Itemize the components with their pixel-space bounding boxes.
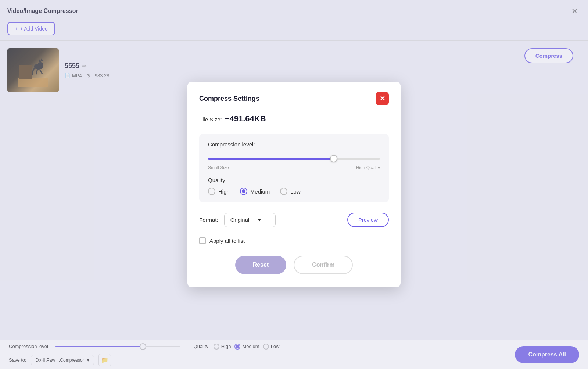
- modal-close-button[interactable]: ✕: [376, 92, 389, 105]
- quality-radio-low: [280, 188, 287, 195]
- format-label: Format:: [199, 217, 218, 223]
- modal-slider-labels: Small Size High Quality: [208, 165, 380, 170]
- quality-low-label: Low: [290, 188, 301, 195]
- quality-medium-label: Medium: [250, 188, 270, 195]
- compression-level-label: Compression level:: [208, 141, 380, 148]
- modal-slider-track: [208, 158, 380, 160]
- slider-label-left: Small Size: [208, 165, 229, 170]
- file-size-row: File Size: ~491.64KB: [199, 114, 389, 124]
- slider-label-right: High Quality: [356, 165, 380, 170]
- compress-settings-modal: Compress Settings ✕ File Size: ~491.64KB…: [187, 82, 401, 287]
- quality-option-low[interactable]: Low: [280, 188, 301, 195]
- modal-buttons: Reset Confirm: [199, 256, 389, 274]
- modal-title: Compress Settings: [199, 95, 259, 103]
- modal-slider-fill: [208, 158, 334, 160]
- modal-header: Compress Settings ✕: [199, 92, 389, 105]
- modal-slider-container[interactable]: [208, 154, 380, 163]
- format-dropdown-text: Original: [230, 217, 250, 223]
- quality-radio-high: [208, 188, 215, 195]
- apply-all-checkbox[interactable]: [199, 237, 206, 244]
- quality-option-medium[interactable]: Medium: [240, 188, 270, 195]
- modal-slider-thumb[interactable]: [330, 155, 337, 162]
- quality-option-high[interactable]: High: [208, 188, 230, 195]
- format-dropdown[interactable]: Original ▾: [224, 213, 276, 227]
- format-section: Format: Original ▾ Preview: [199, 213, 389, 227]
- format-chevron-icon: ▾: [258, 217, 261, 223]
- apply-all-label: Apply all to list: [209, 238, 245, 244]
- confirm-button[interactable]: Confirm: [294, 256, 353, 274]
- quality-section: Quality: High Medium Low: [208, 177, 380, 195]
- apply-all-row: Apply all to list: [199, 237, 389, 244]
- quality-section-label: Quality:: [208, 177, 380, 183]
- modal-overlay: Compress Settings ✕ File Size: ~491.64KB…: [0, 0, 588, 369]
- app-window: Video/Image Compressor ✕ + + Add Video: [0, 0, 588, 369]
- quality-high-label: High: [218, 188, 230, 195]
- quality-options: High Medium Low: [208, 188, 380, 195]
- file-size-value: ~491.64KB: [225, 114, 266, 124]
- compression-level-box: Compression level: Small Size High Quali…: [199, 134, 389, 202]
- preview-button[interactable]: Preview: [347, 213, 389, 227]
- quality-radio-medium: [240, 188, 247, 195]
- file-size-label: File Size:: [199, 116, 222, 123]
- reset-button[interactable]: Reset: [235, 256, 287, 274]
